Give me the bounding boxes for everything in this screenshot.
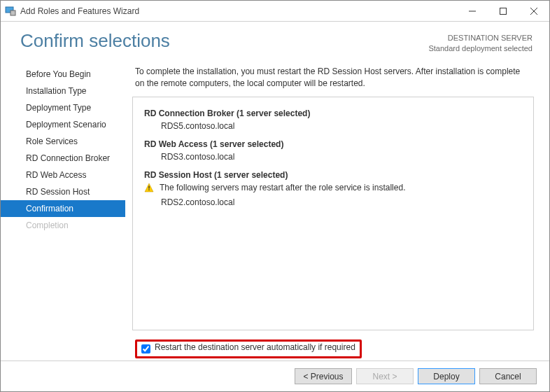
role-server-connection-broker: RDS5.contoso.local [161, 121, 522, 131]
wizard-steps-sidebar: Before You Begin Installation Type Deplo… [1, 63, 125, 360]
cancel-button[interactable]: Cancel [479, 368, 537, 384]
svg-rect-7 [148, 186, 149, 188]
sidebar-item-rd-web-access[interactable]: RD Web Access [1, 167, 125, 183]
intro-text: To complete the installation, you must r… [132, 63, 534, 97]
svg-rect-1 [10, 10, 15, 15]
selections-panel: RD Connection Broker (1 server selected)… [132, 97, 534, 330]
page-header: Confirm selections DESTINATION SERVER St… [1, 22, 549, 63]
restart-checkbox-label: Restart the destination server automatic… [155, 342, 355, 356]
sidebar-item-rd-connection-broker[interactable]: RD Connection Broker [1, 150, 125, 167]
warning-icon [144, 183, 154, 195]
destination-server-block: DESTINATION SERVER Standard deployment s… [428, 33, 533, 55]
page-title: Confirm selections [20, 30, 170, 52]
sidebar-item-deployment-type[interactable]: Deployment Type [1, 99, 125, 116]
warning-text: The following servers may restart after … [160, 183, 405, 192]
next-button: Next > [356, 368, 414, 384]
previous-button[interactable]: < Previous [295, 368, 352, 384]
wizard-footer: < Previous Next > Deploy Cancel [1, 360, 549, 391]
role-header-session-host: RD Session Host (1 server selected) [144, 170, 522, 180]
window-title: Add Roles and Features Wizard [20, 6, 457, 16]
destination-server-label: DESTINATION SERVER [428, 33, 533, 43]
sidebar-item-deployment-scenario[interactable]: Deployment Scenario [1, 116, 125, 133]
wizard-body: Before You Begin Installation Type Deplo… [1, 63, 549, 360]
warning-row: The following servers may restart after … [144, 183, 522, 195]
restart-highlight: Restart the destination server automatic… [135, 340, 362, 358]
restart-option-row: Restart the destination server automatic… [132, 337, 534, 360]
restart-checkbox[interactable] [141, 344, 150, 354]
sidebar-item-role-services[interactable]: Role Services [1, 133, 125, 150]
minimize-button[interactable] [457, 1, 488, 22]
sidebar-item-confirmation[interactable]: Confirmation [1, 200, 125, 217]
close-button[interactable] [519, 1, 549, 22]
titlebar: Add Roles and Features Wizard [1, 1, 549, 22]
role-header-connection-broker: RD Connection Broker (1 server selected) [144, 108, 522, 118]
sidebar-item-before-you-begin[interactable]: Before You Begin [1, 66, 125, 83]
window-controls [457, 1, 549, 22]
maximize-button[interactable] [488, 1, 519, 22]
role-server-session-host: RDS2.contoso.local [161, 197, 522, 207]
deploy-button[interactable]: Deploy [418, 368, 475, 384]
destination-server-value: Standard deployment selected [428, 43, 533, 54]
sidebar-item-rd-session-host[interactable]: RD Session Host [1, 183, 125, 200]
role-server-web-access: RDS3.contoso.local [161, 152, 522, 162]
sidebar-item-installation-type[interactable]: Installation Type [1, 83, 125, 99]
main-content: To complete the installation, you must r… [125, 63, 542, 360]
sidebar-item-completion: Completion [1, 217, 125, 234]
svg-rect-3 [500, 8, 507, 14]
role-header-web-access: RD Web Access (1 server selected) [144, 139, 522, 149]
server-manager-icon [5, 6, 16, 17]
svg-rect-8 [148, 189, 149, 190]
